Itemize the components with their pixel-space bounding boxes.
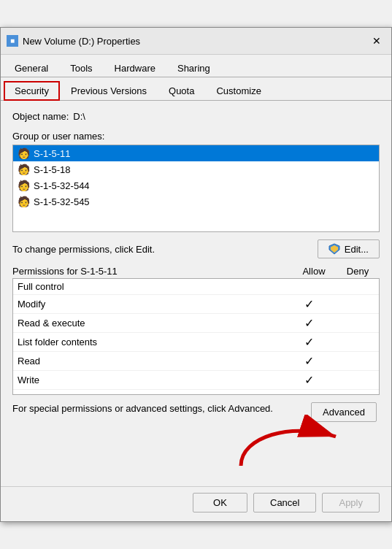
perm-name-2: Read & execute [18,318,287,329]
group-item-2[interactable]: 🧑 S-1-5-32-544 [13,177,379,193]
title-bar: ■ New Volume (D:) Properties ✕ [1,28,391,55]
arrow-area [12,429,380,473]
object-name-row: Object name: D:\ [12,111,380,122]
group-label: Group or user names: [12,131,380,142]
permissions-for-label: Permissions for S-1-5-11 [12,266,292,277]
tabs-row-1: General Tools Hardware Sharing [1,55,391,77]
allow-header: Allow [292,266,336,277]
group-item-name-0: S-1-5-11 [34,148,71,159]
group-item-name-3: S-1-5-32-545 [34,196,90,207]
tab-hardware[interactable]: Hardware [104,58,166,77]
user-icon-1: 🧑 [18,164,29,175]
tab-content: Object name: D:\ Group or user names: 🧑 … [1,101,391,486]
object-name-label: Object name: [12,111,69,122]
perm-allow-2: ✓ [287,316,331,330]
ok-button[interactable]: OK [193,493,247,512]
perm-allow-3: ✓ [287,335,331,349]
user-icon-2: 🧑 [18,180,29,191]
permissions-header: Permissions for S-1-5-11 Allow Deny [12,266,380,278]
perm-name-4: Read [18,356,287,366]
group-item-name-2: S-1-5-32-544 [34,180,90,191]
tab-customize[interactable]: Customize [205,81,272,101]
change-perms-row: To change permissions, click Edit. Edit.… [12,239,380,258]
edit-button-label: Edit... [345,244,369,255]
change-perms-text: To change permissions, click Edit. [12,244,155,255]
group-item-3[interactable]: 🧑 S-1-5-32-545 [13,193,379,210]
perm-name-5: Write [18,375,287,385]
shield-icon [328,243,340,255]
permissions-table: Full control Modify ✓ Read & execute ✓ L… [12,278,380,395]
user-icon-3: 🧑 [18,196,29,207]
perm-row-3: List folder contents ✓ [13,333,379,352]
tab-tools[interactable]: Tools [59,58,103,77]
perm-row-2: Read & execute ✓ [13,314,379,333]
tab-sharing[interactable]: Sharing [166,58,221,77]
red-arrow [219,415,365,473]
close-button[interactable]: ✕ [368,32,385,50]
perm-name-0: Full control [18,281,287,292]
group-item-1[interactable]: 🧑 S-1-5-18 [13,161,379,177]
tab-quota[interactable]: Quota [158,81,205,101]
perm-row-1: Modify ✓ [13,295,379,314]
tab-previous-versions[interactable]: Previous Versions [60,81,158,101]
group-item-name-1: S-1-5-18 [34,164,71,175]
advanced-text: For special permissions or advanced sett… [12,402,311,415]
perm-name-1: Modify [18,299,287,310]
perm-name-3: List folder contents [18,337,287,348]
perm-row-0: Full control [13,279,379,295]
tab-security[interactable]: Security [4,81,60,101]
tabs-row-2: Security Previous Versions Quota Customi… [1,77,391,101]
apply-button[interactable]: Apply [322,493,380,512]
properties-window: ■ New Volume (D:) Properties ✕ General T… [0,27,392,522]
object-name-value: D:\ [73,111,85,122]
title-bar-left: ■ New Volume (D:) Properties [7,35,140,47]
tab-general[interactable]: General [4,58,59,77]
perm-allow-5: ✓ [287,373,331,387]
cancel-button[interactable]: Cancel [253,493,316,512]
group-list: 🧑 S-1-5-11 🧑 S-1-5-18 🧑 S-1-5-32-544 🧑 S… [12,145,380,232]
edit-button[interactable]: Edit... [318,239,380,258]
window-icon: ■ [7,35,18,47]
deny-header: Deny [336,266,380,277]
bottom-buttons: OK Cancel Apply [1,486,391,521]
perm-row-4: Read ✓ [13,352,379,371]
group-item-0[interactable]: 🧑 S-1-5-11 [13,145,379,161]
user-icon-0: 🧑 [18,147,29,159]
perm-allow-4: ✓ [287,354,331,368]
perm-row-5: Write ✓ [13,371,379,390]
window-title: New Volume (D:) Properties [23,36,140,47]
perm-allow-1: ✓ [287,297,331,311]
